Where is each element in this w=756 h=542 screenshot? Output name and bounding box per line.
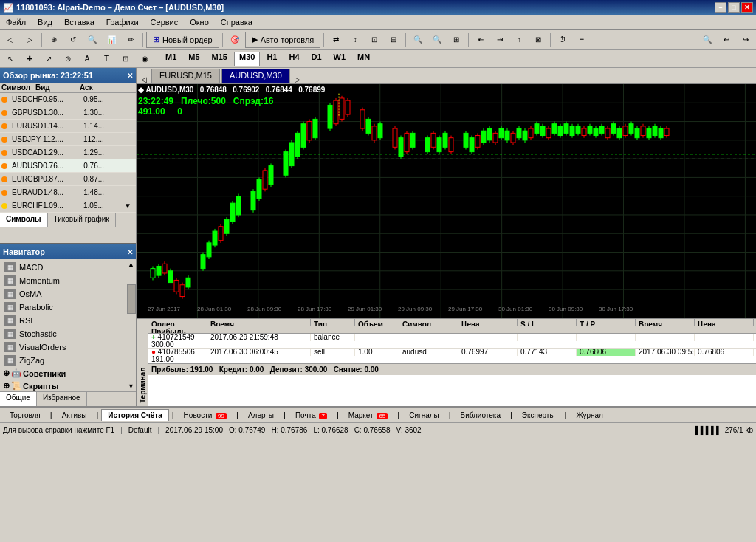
tf-m15[interactable]: M15 [207,52,233,66]
mw-row-usdcad[interactable]: USDCAD 1.29... 1.29... [0,146,136,159]
nav-indicator-macd[interactable]: ▦ MACD [1,261,124,274]
mw-row-usdjpy[interactable]: USDJPY 112.... 112.... [0,133,136,146]
tf-m1[interactable]: M1 [160,52,182,66]
window-controls[interactable]: – □ ✕ [715,2,753,13]
chart-tab-arrow-left[interactable]: ◁ [138,75,150,83]
toolbar-btn-5[interactable]: ✏ [122,32,140,48]
nav-scrollbar[interactable]: ▲ ▼ [126,259,136,391]
zoom-in-button[interactable]: 🔍 [409,32,427,48]
mw-row-eurusd[interactable]: EURUSD 1.14... 1.14... [0,120,136,133]
toolbar-btn-undo[interactable]: ↩ [718,32,735,48]
tab-mail[interactable]: Почта 7 [289,409,334,422]
toolbar-btn-7[interactable]: ⇄ [327,32,345,48]
draw-tool-7[interactable]: ⊡ [117,51,134,67]
toolbar-btn-4[interactable]: 📊 [103,32,120,48]
restore-button[interactable]: □ [728,2,740,13]
tf-w1[interactable]: W1 [329,52,351,66]
tab-tick-chart[interactable]: Тиковый график [48,213,116,227]
new-order-button[interactable]: ⊞ Новый ордер [146,32,219,48]
nav-indicator-stochastic[interactable]: ▦ Stochastic [1,327,124,340]
tab-history[interactable]: История Счёта [101,409,168,421]
toolbar-btn-17[interactable]: ≡ [573,32,591,48]
nav-tab-favorites[interactable]: Избранное [37,392,87,406]
toolbar-btn-6[interactable]: 🎯 [226,32,244,48]
tab-assets[interactable]: Активы [55,409,94,422]
mw-row-euraud[interactable]: EURAUD 1.48... 1.48... [0,186,136,199]
terminal-row-sell[interactable]: ● 410785506 2017.06.30 06:00:45 sell 1.0… [148,349,756,363]
draw-tool-6[interactable]: T [97,51,115,67]
toolbar-btn-9[interactable]: ⊡ [365,32,383,48]
toolbar-btn-13[interactable]: ⇥ [491,32,509,48]
draw-tool-2[interactable]: ✚ [21,51,38,67]
toolbar-btn-16[interactable]: ⏱ [554,32,571,48]
nav-indicator-zigzag[interactable]: ▦ ZigZag [1,354,124,367]
menu-file[interactable]: Файл [3,16,29,28]
mw-row-eurgbp[interactable]: EURGBP 0.87... 0.87... [0,173,136,186]
close-button[interactable]: ✕ [741,2,753,13]
tab-symbols[interactable]: Символы [0,213,48,227]
nav-indicator-parabolic[interactable]: ▦ Parabolic [1,301,124,314]
menu-charts[interactable]: Графики [103,16,142,28]
toolbar-btn-2[interactable]: ↺ [64,32,82,48]
toolbar-btn-8[interactable]: ↕ [346,32,364,48]
mw-row-audusd[interactable]: AUDUSD 0.76... 0.76... [0,159,136,173]
menu-insert[interactable]: Вставка [61,16,97,28]
minimize-button[interactable]: – [715,2,726,13]
chart-tab-audusd[interactable]: AUDUSD,M30 [221,69,290,83]
chart-canvas[interactable]: ◆ AUDUSD,M30 0.76848 0.76902 0.76844 0.7… [137,84,756,318]
toolbar-btn-14[interactable]: ↑ [510,32,528,48]
mw-row-usdchf[interactable]: USDCHF 0.95... 0.95... [0,93,136,106]
tab-alerts[interactable]: Алерты [241,409,281,422]
scroll-up[interactable]: ▲ [128,259,134,270]
auto-trade-button[interactable]: ▶ Авто-торговля [245,32,321,48]
draw-tool-1[interactable]: ↖ [1,51,19,67]
tab-journal[interactable]: Журнал [569,409,610,422]
terminal-row-balance[interactable]: + 410721549 2017.06.29 21:59:48 balance [148,334,756,349]
toolbar-btn-12[interactable]: ⇤ [472,32,489,48]
chart-tab-eurusd[interactable]: EURUSD,M15 [151,69,220,83]
mw-row-gbpusd[interactable]: GBPUSD 1.30... 1.30... [0,106,136,120]
zoom-out-button[interactable]: 🔍 [428,32,446,48]
toolbar-btn-1[interactable]: ⊕ [45,32,63,48]
tab-experts[interactable]: Эксперты [515,409,562,422]
menu-window[interactable]: Окно [187,16,212,28]
draw-tool-8[interactable]: ◉ [136,51,154,67]
toolbar-back[interactable]: ◁ [1,32,19,48]
nav-indicator-rsi[interactable]: ▦ RSI [1,314,124,327]
nav-indicator-visualorders[interactable]: ▦ VisualOrders [1,340,124,354]
toolbar-btn-redo[interactable]: ↪ [737,32,755,48]
market-watch-close[interactable]: ✕ [127,72,133,80]
nav-tab-general[interactable]: Общие [0,392,37,406]
nav-section-advisors[interactable]: ⊕ 🤖 Советники [1,367,124,380]
navigator-close[interactable]: ✕ [127,248,133,256]
toolbar-forward[interactable]: ▷ [21,32,38,48]
tab-trading[interactable]: Торговля [3,409,47,422]
toolbar-btn-15[interactable]: ⊠ [529,32,547,48]
menu-view[interactable]: Вид [35,16,55,28]
tab-news[interactable]: Новости 99 [177,409,233,422]
tf-m5[interactable]: M5 [183,52,205,66]
nav-section-scripts[interactable]: ⊕ 📜 Скрипты [1,380,124,391]
chart-tab-arrow-right[interactable]: ▷ [292,75,303,83]
tf-h1[interactable]: H1 [261,52,282,66]
draw-tool-5[interactable]: A [78,51,96,67]
nav-indicator-osma[interactable]: ▦ OsMA [1,287,124,301]
terminal-label[interactable]: Терминал [137,319,148,406]
search-button[interactable]: 🔍 [698,32,716,48]
scroll-down[interactable]: ▼ [128,381,134,391]
toolbar-btn-10[interactable]: ⊟ [385,32,402,48]
menu-help[interactable]: Справка [218,16,255,28]
tf-h4[interactable]: H4 [284,52,304,66]
tf-mn[interactable]: MN [352,52,375,66]
draw-tool-4[interactable]: ⊙ [59,51,77,67]
toolbar-btn-3[interactable]: 🔍 [83,32,101,48]
tab-market[interactable]: Маркет 65 [342,409,395,422]
draw-tool-3[interactable]: ↗ [40,51,58,67]
toolbar-btn-11[interactable]: ⊞ [447,32,465,48]
tab-library[interactable]: Библиотека [454,409,507,422]
tab-signals[interactable]: Сигналы [402,409,446,422]
scroll-thumb[interactable] [127,284,136,314]
tf-m30[interactable]: M30 [234,52,260,66]
nav-indicator-momentum[interactable]: ▦ Momentum [1,274,124,287]
menu-service[interactable]: Сервис [148,16,182,28]
